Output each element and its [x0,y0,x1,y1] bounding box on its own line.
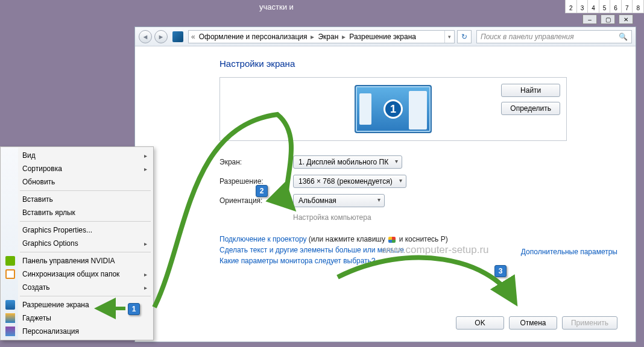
menu-refresh[interactable]: Обновить [2,175,152,189]
search-icon: 🔍 [619,33,628,41]
nav-back-button[interactable]: ◄ [139,30,152,43]
resolution-select[interactable]: 1366 × 768 (рекомендуется) [293,175,406,188]
control-panel-window: ◄ ► « Оформление и персонализация ▸ Экра… [134,27,636,342]
sync-icon [5,269,15,279]
apply-button[interactable]: Применить [562,316,617,330]
strip-num[interactable]: 8 [633,0,644,13]
detect-button[interactable]: Определить [501,102,560,115]
advanced-settings-link[interactable]: Дополнительные параметры [521,248,617,256]
strip-num[interactable]: 5 [599,0,611,13]
search-placeholder: Поиск в панели управления [481,33,574,41]
menu-paste[interactable]: Вставить [2,193,152,206]
menu-view[interactable]: Вид [2,149,152,162]
menu-sort[interactable]: Сортировка [2,162,152,175]
close-button[interactable]: ✕ [619,14,633,24]
strip-num[interactable]: 3 [577,0,589,13]
orientation-label: Ориентация: [219,196,293,205]
menu-personalize[interactable]: Персонализация [2,325,152,338]
callout-1: 1 [128,303,140,315]
breadcrumb[interactable]: « Оформление и персонализация ▸ Экран ▸ … [188,30,455,43]
window-toolbar: ◄ ► « Оформление и персонализация ▸ Экра… [135,27,636,46]
menu-create[interactable]: Создать [2,281,152,294]
resolution-label: Разрешение: [219,177,293,186]
nav-forward-button[interactable]: ► [154,30,168,43]
display-illustration[interactable]: 1 [355,85,432,133]
bigger-text-link[interactable]: Сделать текст и другие элементы больше и… [219,246,404,254]
windows-key-icon [388,237,396,243]
monitor-icon [5,300,15,310]
callout-3: 3 [494,265,507,277]
breadcrumb-item[interactable]: Оформление и персонализация [197,33,310,41]
nvidia-icon [5,256,15,266]
projector-line: Подключение к проектору (или нажмите кла… [219,235,617,243]
screen-select-value: 1. Дисплей мобильного ПК [298,158,388,166]
search-input[interactable]: Поиск в панели управления 🔍 [476,30,632,43]
gray-note: Настройка компьютера [293,213,617,222]
breadcrumb-item[interactable]: Разрешение экрана [347,33,418,41]
window-tab-strip: 2 3 4 5 6 7 8 [565,0,644,13]
menu-graphics-options[interactable]: Graphics Options [2,237,152,250]
projector-text: (или нажмите клавишу [307,235,388,243]
menu-sync-folders[interactable]: Синхронизация общих папок [2,267,152,281]
resolution-select-value: 1366 × 768 (рекомендуется) [298,177,393,186]
menu-graphics-properties[interactable]: Graphics Properties... [2,224,152,237]
ok-button[interactable]: OK [456,316,504,330]
menu-nvidia-panel[interactable]: Панель управления NVIDIA [2,254,152,267]
breadcrumb-item[interactable]: Экран [315,33,341,41]
desktop-title-text: участки и [259,2,294,11]
strip-num[interactable]: 2 [566,0,577,13]
strip-num[interactable]: 7 [622,0,633,13]
window-system-buttons: – ▢ ✕ [582,14,633,24]
screen-select[interactable]: 1. Дисплей мобильного ПК [293,155,402,169]
callout-2: 2 [256,185,268,197]
strip-num[interactable]: 6 [610,0,622,13]
gadget-icon [5,313,15,323]
refresh-button[interactable]: ↻ [457,30,472,43]
cancel-button[interactable]: Отмена [509,316,557,330]
orientation-select-value: Альбомная [298,196,336,205]
page-title: Настройки экрана [219,58,617,69]
screen-label: Экран: [219,158,293,166]
find-button[interactable]: Найти [501,84,560,97]
menu-paste-shortcut[interactable]: Вставить ярлык [2,206,152,219]
display-preview-box: 1 Найти Определить [219,77,567,141]
projector-text-2: и коснитесь P) [397,235,447,243]
window-content: Настройки экрана 1 Найти Определить Экра… [135,46,636,342]
display-number: 1 [384,99,403,119]
minimize-button[interactable]: – [582,14,597,24]
personalize-icon [5,327,15,336]
control-panel-icon [172,31,183,42]
orientation-select[interactable]: Альбомная [293,194,385,207]
breadcrumb-dropdown[interactable]: ▾ [444,31,454,43]
maximize-button[interactable]: ▢ [601,14,615,24]
strip-num[interactable]: 4 [588,0,599,13]
connect-projector-link[interactable]: Подключение к проектору [219,235,307,243]
monitor-params-link[interactable]: Какие параметры монитора следует выбрать… [219,257,376,265]
